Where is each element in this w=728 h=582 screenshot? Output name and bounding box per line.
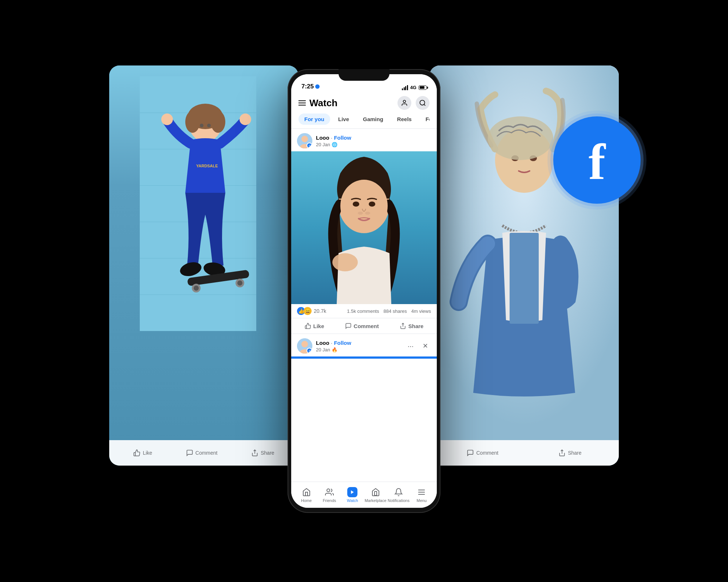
svg-point-40 xyxy=(353,202,359,207)
svg-point-11 xyxy=(200,124,203,127)
network-label: 4G xyxy=(410,85,416,90)
share-icon xyxy=(251,449,258,457)
signal-bar-2 xyxy=(404,87,405,90)
post1-date-row: 20 Jan 🌐 xyxy=(316,142,431,147)
left-like-button[interactable]: Like xyxy=(133,449,152,457)
post1-share-button[interactable]: Share xyxy=(394,320,430,332)
svg-point-10 xyxy=(211,111,225,133)
right-share-label: Share xyxy=(568,450,581,456)
svg-point-36 xyxy=(301,136,308,142)
svg-point-33 xyxy=(420,100,425,105)
reaction-left: 👍 😄 20.7k xyxy=(297,307,326,315)
post1-meta: Looo · Follow 20 Jan 🌐 xyxy=(316,135,431,147)
nav-home[interactable]: Home xyxy=(296,487,317,503)
tab-reels[interactable]: Reels xyxy=(391,113,418,125)
battery-icon xyxy=(419,85,427,90)
right-share-button[interactable]: Share xyxy=(558,449,581,457)
phone-notch xyxy=(339,69,389,81)
post2-username: Looo xyxy=(316,340,329,346)
post1-comment-button[interactable]: Comment xyxy=(339,320,385,332)
hamburger-menu-icon[interactable] xyxy=(298,100,306,105)
nav-watch-label: Watch xyxy=(347,498,358,503)
post2-close-button[interactable]: ✕ xyxy=(419,340,431,352)
svg-point-22 xyxy=(237,280,242,286)
post1-date: 20 Jan xyxy=(316,142,330,147)
post2-meta: Looo · Follow 20 Jan 🔥 xyxy=(316,340,401,352)
tab-for-you[interactable]: For you xyxy=(298,113,330,125)
post2-more-button[interactable]: ··· xyxy=(405,340,416,352)
watch-header-icons xyxy=(397,96,430,110)
reaction-emojis: 👍 😄 xyxy=(297,307,312,315)
right-comment-button[interactable]: Comment xyxy=(467,449,498,457)
svg-point-15 xyxy=(240,113,251,125)
left-share-label: Share xyxy=(261,450,274,456)
post2-avatar xyxy=(297,338,312,354)
svg-point-39 xyxy=(340,180,388,232)
fb-verified-dot xyxy=(315,84,320,89)
svg-point-47 xyxy=(301,341,308,347)
time-display: 7:25 xyxy=(301,83,314,90)
right-comment-label: Comment xyxy=(476,450,498,456)
home-icon xyxy=(301,487,312,497)
facebook-logo: f xyxy=(553,116,641,204)
svg-text:YARDSALE: YARDSALE xyxy=(196,164,218,168)
post2-username-row: Looo · Follow xyxy=(316,340,401,346)
svg-point-20 xyxy=(194,286,199,291)
nav-marketplace-label: Marketplace xyxy=(365,498,387,503)
right-share-icon xyxy=(558,449,566,457)
friends-icon xyxy=(324,487,335,497)
marketplace-icon xyxy=(371,487,381,497)
tab-following[interactable]: Following xyxy=(420,113,430,125)
post2-follow-button[interactable]: Follow xyxy=(334,340,351,346)
left-share-button[interactable]: Share xyxy=(251,449,274,457)
post1-avatar xyxy=(297,133,312,148)
post1-share-label: Share xyxy=(408,323,424,329)
left-card-image: YARDSALE xyxy=(109,65,298,466)
like-icon xyxy=(133,449,141,457)
tab-live[interactable]: Live xyxy=(332,113,355,125)
post1-reactions: 👍 😄 20.7k 1.5k comments 884 shares 4m vi… xyxy=(291,304,437,318)
svg-point-48 xyxy=(327,489,330,492)
signal-bar-4 xyxy=(407,85,408,90)
phone-screen: 7:25 4G xyxy=(291,74,437,508)
status-icons: 4G xyxy=(402,85,427,90)
share-icon xyxy=(400,323,406,329)
left-comment-button[interactable]: Comment xyxy=(186,449,218,457)
nav-friends[interactable]: Friends xyxy=(318,487,340,503)
svg-rect-50 xyxy=(375,491,377,495)
left-comment-label: Comment xyxy=(195,450,218,456)
nav-marketplace[interactable]: Marketplace xyxy=(365,487,387,503)
share-count: 884 shares xyxy=(383,308,407,314)
right-card-actions: Comment Share xyxy=(430,440,619,466)
view-count: 4m views xyxy=(411,308,431,314)
battery-fill xyxy=(420,86,425,89)
comment-icon xyxy=(186,449,193,457)
watch-nav-icon xyxy=(347,487,357,497)
post2-date-row: 20 Jan 🔥 xyxy=(316,347,401,352)
post2-action-icons: ··· ✕ xyxy=(405,340,431,352)
svg-point-9 xyxy=(185,111,200,133)
nav-menu[interactable]: Menu xyxy=(411,487,432,503)
person-icon xyxy=(401,99,408,107)
nav-notifications[interactable]: Notifications xyxy=(388,487,410,503)
tab-gaming[interactable]: Gaming xyxy=(357,113,389,125)
left-card-actions: Like Comment Share xyxy=(109,440,298,466)
post1-video[interactable] xyxy=(291,151,437,304)
like-icon xyxy=(305,323,311,329)
video-progress-bar[interactable] xyxy=(291,356,437,359)
svg-marker-49 xyxy=(351,491,354,494)
account-button[interactable] xyxy=(397,96,411,110)
nav-watch[interactable]: Watch xyxy=(341,487,363,503)
watch-title-left: Watch xyxy=(298,97,337,109)
menu-icon xyxy=(416,487,427,497)
post-area[interactable]: Looo · Follow 20 Jan 🌐 xyxy=(291,129,437,482)
signal-bar-1 xyxy=(402,88,403,90)
post1-follow-button[interactable]: Follow xyxy=(334,135,351,141)
nav-menu-label: Menu xyxy=(417,498,427,503)
bottom-nav: Home Friends Watch xyxy=(291,482,437,508)
search-button[interactable] xyxy=(416,96,430,110)
svg-point-29 xyxy=(488,116,553,160)
post1-like-label: Like xyxy=(313,323,324,329)
post1-video-image xyxy=(291,151,437,304)
post1-like-button[interactable]: Like xyxy=(299,320,330,332)
